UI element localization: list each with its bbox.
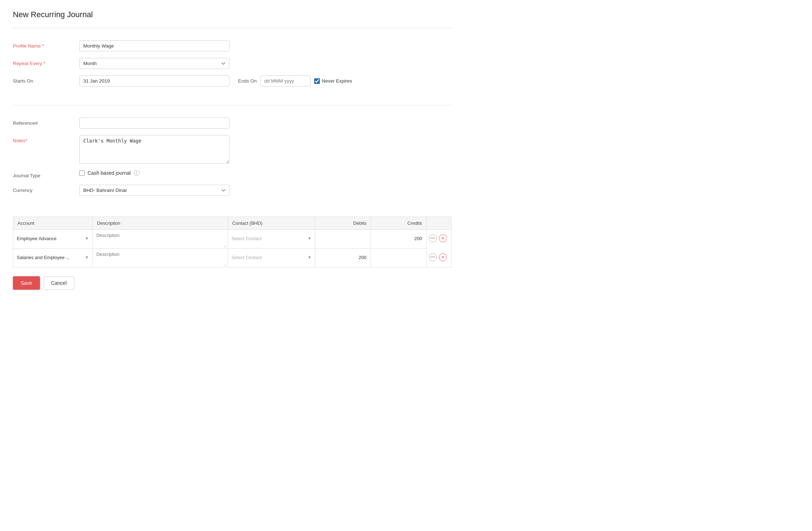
account-chevron-2: ▼ bbox=[85, 255, 89, 259]
page-title: New Recurring Journal bbox=[13, 10, 452, 19]
actions-cell-2: ••• ✕ bbox=[426, 249, 451, 268]
profile-name-row: Profile Name * bbox=[13, 40, 452, 51]
journal-table-section: Account Description Contact (BHD) Debits… bbox=[13, 217, 452, 268]
notes-row: Notes* Clark's Monthly Wage bbox=[13, 135, 452, 164]
contact-cell-1[interactable]: Select Contact ▼ bbox=[228, 230, 315, 249]
account-name-1: Employee Advance bbox=[17, 236, 56, 241]
table-row: Salaries and Employee ... ▼ ⊿ Select Con… bbox=[13, 249, 452, 268]
repeat-every-select[interactable]: Month Day Week Year bbox=[79, 58, 229, 69]
ends-on-label: Ends On bbox=[238, 78, 257, 84]
profile-name-input[interactable] bbox=[79, 40, 229, 51]
col-actions bbox=[426, 217, 451, 230]
starts-on-label: Starts On bbox=[13, 75, 74, 84]
reference-input[interactable] bbox=[79, 118, 229, 129]
delete-row-button-2[interactable]: ✕ bbox=[439, 253, 447, 261]
more-options-button-1[interactable]: ••• bbox=[429, 234, 437, 242]
col-debits: Debits bbox=[315, 217, 371, 230]
currency-row: Currency BHD- Bahraini Dinar USD- US Dol… bbox=[13, 185, 452, 196]
contact-placeholder-2: Select Contact bbox=[232, 255, 262, 260]
cash-based-label: Cash based journal bbox=[88, 170, 131, 176]
account-name-2: Salaries and Employee ... bbox=[17, 255, 70, 260]
ends-on-input[interactable] bbox=[261, 75, 311, 86]
description-input-1[interactable] bbox=[96, 233, 224, 245]
notes-label: Notes* bbox=[13, 135, 74, 143]
repeat-every-row: Repeat Every * Month Day Week Year bbox=[13, 58, 452, 69]
col-credits: Credits bbox=[371, 217, 427, 230]
journal-type-row: Journal Type Cash based journal i bbox=[13, 170, 452, 178]
contact-chevron-1: ▼ bbox=[308, 236, 312, 240]
table-header: Account Description Contact (BHD) Debits… bbox=[13, 217, 452, 230]
notes-textarea[interactable]: Clark's Monthly Wage bbox=[79, 135, 229, 164]
cancel-button[interactable]: Cancel bbox=[44, 276, 74, 290]
mid-divider bbox=[13, 105, 452, 105]
table-body: Employee Advance ▼ ⊿ Select Contact bbox=[13, 230, 452, 268]
col-description: Description bbox=[93, 217, 228, 230]
footer-actions: Save Cancel bbox=[13, 276, 452, 290]
more-options-button-2[interactable]: ••• bbox=[429, 253, 437, 261]
resize-handle-2: ⊿ bbox=[223, 263, 227, 267]
actions-cell-1: ••• ✕ bbox=[426, 230, 451, 249]
table-row: Employee Advance ▼ ⊿ Select Contact bbox=[13, 230, 452, 249]
col-account: Account bbox=[13, 217, 93, 230]
contact-chevron-2: ▼ bbox=[308, 255, 312, 259]
description-input-2[interactable] bbox=[96, 252, 224, 264]
reference-label: Reference# bbox=[13, 118, 74, 126]
save-button[interactable]: Save bbox=[13, 276, 40, 290]
top-divider bbox=[13, 28, 452, 28]
never-expires-checkbox[interactable] bbox=[314, 78, 320, 84]
never-expires-label: Never Expires bbox=[322, 78, 352, 84]
journal-table: Account Description Contact (BHD) Debits… bbox=[13, 217, 452, 268]
cash-based-info-icon: i bbox=[134, 170, 139, 176]
credits-cell-1: 200 bbox=[371, 230, 427, 249]
contact-placeholder-1: Select Contact bbox=[232, 236, 262, 241]
form-section: Profile Name * Repeat Every * Month Day … bbox=[13, 35, 452, 99]
account-cell-1[interactable]: Employee Advance ▼ bbox=[13, 230, 93, 249]
journal-type-label: Journal Type bbox=[13, 170, 74, 178]
never-expires-group: Never Expires bbox=[314, 78, 352, 84]
debits-cell-1 bbox=[315, 230, 371, 249]
profile-name-label: Profile Name * bbox=[13, 40, 74, 49]
debits-cell-2: 200 bbox=[315, 249, 371, 268]
account-cell-2[interactable]: Salaries and Employee ... ▼ bbox=[13, 249, 93, 268]
repeat-every-label: Repeat Every * bbox=[13, 58, 74, 66]
dates-row: Starts On Ends On Never Expires bbox=[13, 75, 452, 86]
delete-row-button-1[interactable]: ✕ bbox=[439, 234, 447, 242]
header-row: Account Description Contact (BHD) Debits… bbox=[13, 217, 452, 230]
description-cell-1[interactable]: ⊿ bbox=[93, 230, 228, 249]
account-chevron-1: ▼ bbox=[85, 236, 89, 240]
description-cell-2[interactable]: ⊿ bbox=[93, 249, 228, 268]
details-section: Reference# Notes* Clark's Monthly Wage J… bbox=[13, 112, 452, 208]
contact-cell-2[interactable]: Select Contact ▼ bbox=[228, 249, 315, 268]
cash-based-checkbox[interactable] bbox=[79, 170, 85, 176]
reference-row: Reference# bbox=[13, 118, 452, 129]
currency-label: Currency bbox=[13, 185, 74, 193]
col-contact: Contact (BHD) bbox=[228, 217, 315, 230]
starts-on-input[interactable] bbox=[79, 75, 229, 86]
credits-cell-2 bbox=[371, 249, 427, 268]
currency-select[interactable]: BHD- Bahraini Dinar USD- US Dollar EUR- … bbox=[79, 185, 229, 196]
resize-handle-1: ⊿ bbox=[223, 244, 227, 248]
